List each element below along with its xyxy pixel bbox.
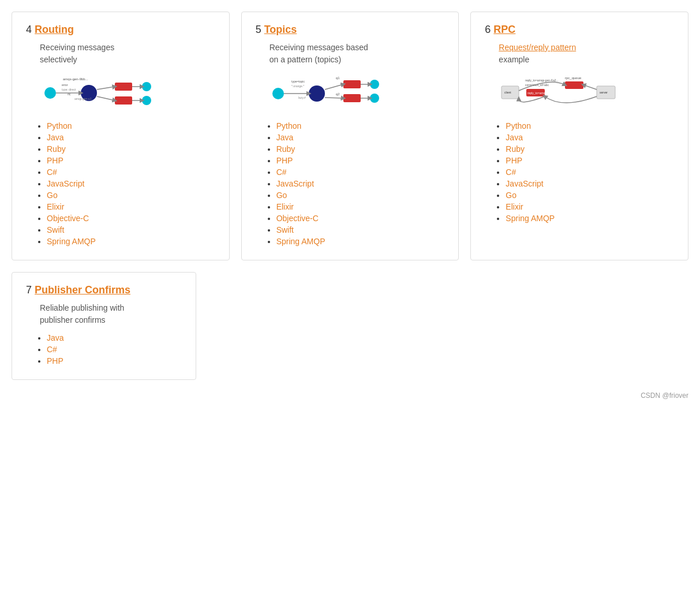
svg-point-26 [272, 88, 284, 99]
link-objectivec[interactable]: Objective-C [47, 214, 89, 223]
svg-point-8 [142, 82, 151, 91]
link-php[interactable]: PHP [276, 156, 293, 165]
link-php[interactable]: PHP [47, 356, 63, 366]
card-topics-links: Python Java Ruby PHP C# JavaScript Go El… [276, 121, 445, 246]
card-publisher-confirms-title: 7 Publisher Confirms [26, 284, 182, 296]
link-objectivec[interactable]: Objective-C [276, 214, 319, 223]
card-rpc-number: 6 [485, 24, 493, 35]
link-go[interactable]: Go [47, 191, 58, 200]
link-java[interactable]: Java [47, 133, 64, 142]
card-routing-link[interactable]: Routing [35, 24, 74, 35]
svg-text:amqs-gen-9bb...: amqs-gen-9bb... [63, 77, 88, 81]
list-item: Elixir [47, 202, 215, 211]
svg-line-28 [325, 84, 343, 90]
link-go[interactable]: Go [506, 191, 516, 200]
card-topics-number: 5 [256, 24, 264, 35]
link-java[interactable]: Java [47, 333, 64, 342]
link-ruby[interactable]: Ruby [276, 144, 295, 154]
link-javascript[interactable]: JavaScript [276, 179, 314, 188]
list-item: Swift [276, 225, 445, 234]
link-csharp[interactable]: C# [47, 167, 57, 177]
card-rpc-title: 6 RPC [485, 24, 674, 36]
svg-text:client: client [504, 91, 511, 94]
card-publisher-confirms-link[interactable]: Publisher Confirms [35, 284, 130, 296]
svg-text:reply_to=amqp.gen-Xa2...: reply_to=amqp.gen-Xa2... [527, 91, 561, 95]
link-php[interactable]: PHP [47, 156, 63, 165]
list-item: Ruby [47, 144, 215, 154]
list-item: Java [47, 333, 182, 342]
link-spring-amqp[interactable]: Spring AMQP [47, 237, 96, 246]
svg-line-13 [97, 96, 115, 100]
link-elixir[interactable]: Elixir [276, 202, 294, 211]
list-item: Elixir [276, 202, 445, 211]
list-item: Python [506, 121, 674, 131]
card-routing-diagram: amqs-gen-9bb... error type: direct rfc a… [40, 73, 215, 113]
link-swift[interactable]: Swift [276, 225, 294, 234]
svg-rect-23 [343, 94, 361, 102]
link-spring-amqp[interactable]: Spring AMQP [506, 214, 555, 223]
svg-text:type: direct: type: direct [62, 88, 76, 91]
svg-line-42 [583, 85, 597, 90]
svg-text:*.orange.*: *.orange.* [291, 84, 304, 88]
link-csharp[interactable]: C# [47, 345, 57, 354]
link-python[interactable]: Python [276, 121, 302, 131]
svg-text:reply_to=amqp.gen-Xa2...: reply_to=amqp.gen-Xa2... [525, 79, 559, 82]
svg-text:correlation_id=abc: correlation_id=abc [525, 83, 549, 87]
card-topics: 5 Topics Receiving messages basedon a pa… [241, 12, 459, 260]
link-spring-amqp[interactable]: Spring AMQP [276, 237, 325, 246]
card-publisher-confirms-desc: Reliable publishing withpublisher confir… [40, 302, 182, 326]
bottom-row: 7 Publisher Confirms Reliable publishing… [12, 272, 688, 380]
card-publisher-confirms-number: 7 [26, 284, 35, 296]
link-go[interactable]: Go [276, 191, 287, 200]
svg-text:type=topic: type=topic [291, 80, 305, 83]
svg-point-24 [370, 80, 379, 89]
list-item: C# [47, 167, 215, 177]
link-csharp[interactable]: C# [276, 167, 287, 177]
list-item: C# [47, 345, 182, 354]
svg-point-25 [370, 94, 379, 103]
svg-rect-6 [115, 83, 132, 91]
list-item: PHP [506, 156, 674, 165]
list-item: Go [506, 191, 674, 200]
card-rpc-desc-link[interactable]: Request/reply pattern [499, 43, 576, 52]
card-publisher-confirms: 7 Publisher Confirms Reliable publishing… [12, 272, 196, 380]
card-routing: 4 Routing Receiving messagesselectively … [12, 12, 230, 260]
link-javascript[interactable]: JavaScript [47, 179, 84, 188]
svg-text:error: error [62, 83, 68, 87]
card-routing-title: 4 Routing [26, 24, 215, 36]
link-java[interactable]: Java [276, 133, 294, 142]
list-item: Python [276, 121, 445, 131]
link-python[interactable]: Python [47, 121, 72, 131]
link-csharp[interactable]: C# [506, 167, 516, 177]
svg-text:rpc_queue: rpc_queue [565, 76, 582, 80]
list-item: JavaScript [506, 179, 674, 188]
svg-rect-7 [115, 96, 132, 105]
svg-line-29 [325, 98, 343, 98]
list-item: JavaScript [47, 179, 215, 188]
svg-rect-39 [565, 81, 583, 89]
list-item: Java [276, 133, 445, 142]
link-elixir[interactable]: Elixir [506, 202, 523, 211]
link-swift[interactable]: Swift [47, 225, 64, 234]
link-php[interactable]: PHP [506, 156, 522, 165]
top-row: 4 Routing Receiving messagesselectively … [12, 12, 688, 260]
list-item: Go [47, 191, 215, 200]
list-item: PHP [47, 356, 182, 366]
card-routing-desc: Receiving messagesselectively [40, 42, 215, 66]
list-item: JavaScript [276, 179, 445, 188]
link-elixir[interactable]: Elixir [47, 202, 64, 211]
svg-point-10 [44, 87, 56, 99]
link-javascript[interactable]: JavaScript [506, 179, 543, 188]
card-rpc-link[interactable]: RPC [493, 24, 515, 35]
link-ruby[interactable]: Ruby [47, 144, 66, 154]
link-python[interactable]: Python [506, 121, 531, 131]
link-java[interactable]: Java [506, 133, 523, 142]
list-item: Java [47, 133, 215, 142]
list-item: Ruby [506, 144, 674, 154]
card-topics-link[interactable]: Topics [264, 24, 297, 35]
card-rpc-diagram: rpc_queue client reply_to=amqp.gen-Xa2..… [499, 73, 674, 113]
link-ruby[interactable]: Ruby [506, 144, 525, 154]
card-topics-diagram: q1 type=topic *.orange.* lazy.# q2 [269, 73, 445, 113]
list-item: Swift [47, 225, 215, 234]
card-routing-number: 4 [26, 24, 35, 35]
